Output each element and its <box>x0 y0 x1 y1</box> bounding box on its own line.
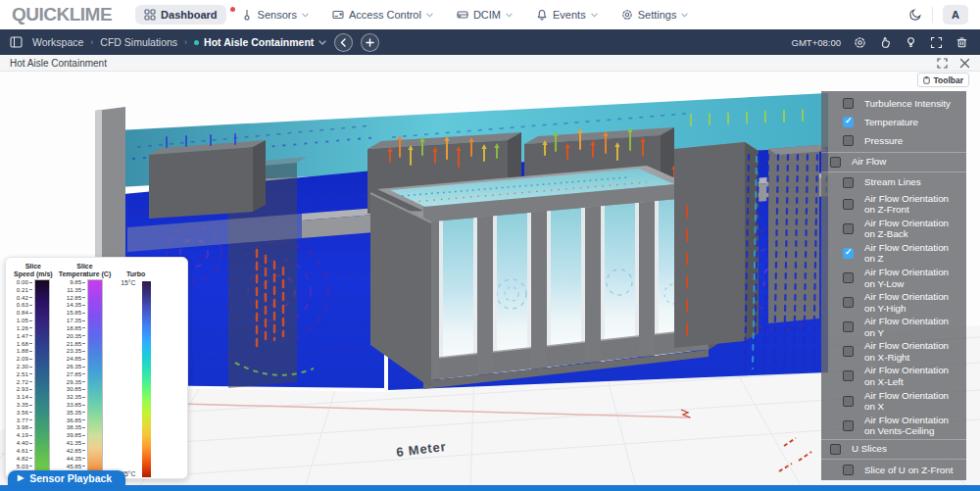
page-title: Hot Aisle Containment <box>10 58 107 69</box>
nav-dcim[interactable]: DCIM <box>448 5 521 25</box>
layer-checkbox[interactable] <box>843 199 854 210</box>
layer-checkbox[interactable] <box>843 177 854 188</box>
layer-row[interactable]: Air Flow Orientation on Y-Low <box>821 266 966 290</box>
layer-row[interactable]: Slice of U on Z-Front <box>821 461 966 479</box>
nav-dashboard[interactable]: Dashboard <box>135 5 225 25</box>
layer-checkbox[interactable] <box>843 297 854 308</box>
toolbar-button[interactable]: Toolbar <box>917 73 969 87</box>
nav-events[interactable]: Events <box>527 5 607 25</box>
layer-label: Air Flow Orientation on X <box>864 390 960 413</box>
legend-turbo-title: Turbo <box>126 263 145 278</box>
legend-speed-title: SliceSpeed (m/s) <box>14 263 53 278</box>
layer-checkbox[interactable] <box>843 321 854 332</box>
toolbar-button-label: Toolbar <box>933 75 963 85</box>
turbo-colorbar <box>142 281 151 477</box>
layer-row[interactable]: Air Flow Orientation on Vents-Ceiling <box>821 414 966 438</box>
legend-speed-ticks: 0.000.210.420.630.841.051.261.471.681.88… <box>17 279 34 469</box>
layer-row[interactable]: Air Flow Orientation on Z <box>821 241 966 266</box>
user-avatar[interactable]: A <box>943 5 968 25</box>
legend-tick: 41.35 <box>67 440 85 446</box>
legend-tick: 32.35 <box>67 394 85 400</box>
layer-row[interactable]: Air Flow Orientation on Z-Front <box>821 192 966 217</box>
pan-hand-icon[interactable] <box>879 36 892 49</box>
chevron-down-icon <box>302 13 309 18</box>
breadcrumb-current[interactable]: Hot Aisle Containment <box>194 36 326 48</box>
layer-row[interactable]: Slice of U on Z-Back <box>821 479 966 480</box>
layer-row[interactable]: Air Flow Orientation on Y <box>821 315 966 339</box>
fullscreen-icon[interactable] <box>930 36 943 49</box>
nav-sensors[interactable]: Sensors <box>232 5 318 25</box>
breadcrumb-workspace[interactable]: Workspace <box>32 36 83 48</box>
layer-checkbox[interactable] <box>830 444 841 455</box>
layer-row[interactable]: Air Flow Orientation on Y-High <box>821 290 966 315</box>
legend-tick: 4.61 <box>17 448 32 454</box>
layer-label: Air Flow Orientation on Vents-Ceiling <box>864 415 960 437</box>
nav-label: DCIM <box>473 9 501 21</box>
layer-checkbox[interactable] <box>843 223 854 234</box>
layer-row[interactable]: Stream Lines <box>821 173 966 192</box>
legend-tick: 1.47 <box>17 333 32 339</box>
settings-gear-icon[interactable] <box>854 36 866 49</box>
playback-bar[interactable] <box>0 485 980 491</box>
dark-mode-toggle-icon[interactable] <box>908 8 922 22</box>
layer-row[interactable]: Temperature <box>821 113 966 131</box>
layer-row[interactable]: Pressure <box>821 131 966 150</box>
legend-tick: 15.85 <box>67 310 85 316</box>
nav-access-control[interactable]: Access Control <box>323 5 442 25</box>
sidebar-toggle-icon[interactable] <box>10 36 23 48</box>
layer-row[interactable]: Air Flow <box>821 152 966 172</box>
layer-checkbox[interactable] <box>843 420 854 431</box>
legend-tick: 2.30 <box>17 364 32 369</box>
layer-checkbox[interactable] <box>843 346 854 357</box>
layer-row[interactable]: Turbulence Intensity <box>821 94 966 113</box>
layer-label: Air Flow Orientation on Z <box>864 242 960 265</box>
layer-row[interactable]: U Slices <box>821 439 966 460</box>
legend-tick: 1.05 <box>17 318 32 323</box>
legend-turbo-column: Turbo 15°C 45°C <box>121 263 151 472</box>
temperature-colorbar <box>87 279 103 471</box>
layer-checkbox[interactable] <box>843 465 854 475</box>
breadcrumb-separator: › <box>90 37 93 47</box>
add-view-button[interactable] <box>361 33 379 52</box>
layer-label: Turbulence Intensity <box>864 98 951 110</box>
layer-checkbox[interactable] <box>843 272 854 283</box>
breadcrumb-cfd-simulations[interactable]: CFD Simulations <box>100 36 177 48</box>
expand-panel-icon[interactable] <box>937 58 948 69</box>
legend-tick: 2.93 <box>17 386 32 392</box>
chevron-down-icon <box>426 13 433 18</box>
sensor-playback-tab[interactable]: ▶ Sensor Playback <box>8 470 125 486</box>
layer-row[interactable]: Air Flow Orientation on X-Right <box>821 339 966 364</box>
turbo-top-label: 15°C <box>121 279 135 286</box>
close-panel-icon[interactable] <box>959 58 970 69</box>
lightbulb-icon[interactable] <box>905 36 917 49</box>
panel-controls <box>937 58 980 69</box>
breadcrumb-bar: Workspace › CFD Simulations › Hot Aisle … <box>0 29 980 55</box>
layer-checkbox[interactable] <box>843 248 854 259</box>
nav-settings[interactable]: Settings <box>612 5 698 25</box>
layer-checkbox[interactable] <box>843 117 854 127</box>
legend-tick: 36.85 <box>67 417 85 423</box>
grid-icon <box>144 9 156 21</box>
layer-checkbox[interactable] <box>830 157 841 168</box>
breadcrumb-separator: › <box>184 37 187 47</box>
layer-checkbox[interactable] <box>843 135 854 146</box>
nav-label: Events <box>553 9 586 21</box>
layer-label: Stream Lines <box>864 176 921 188</box>
chevron-down-icon <box>506 13 513 18</box>
legend-tick: 27.85 <box>67 371 85 377</box>
legend-tick: 9.85 <box>70 279 85 285</box>
layer-row[interactable]: Air Flow Orientation on X <box>821 389 966 414</box>
legend-tick: 35.35 <box>67 410 85 416</box>
layer-row[interactable]: Air Flow Orientation on X-Left <box>821 364 966 388</box>
layer-checkbox[interactable] <box>843 396 854 407</box>
layer-checkbox[interactable] <box>843 98 854 109</box>
layer-label: Air Flow Orientation on Z-Front <box>864 193 960 216</box>
layer-label: Air Flow Orientation on X-Left <box>864 365 960 387</box>
back-button[interactable] <box>334 33 353 52</box>
layer-label: Air Flow Orientation on Y <box>864 316 960 338</box>
legend-tick: 1.26 <box>17 325 32 331</box>
layer-row[interactable]: Air Flow Orientation on Z-Back <box>821 217 966 241</box>
layer-checkbox[interactable] <box>843 370 854 381</box>
legend-tick: 4.19 <box>17 432 32 438</box>
trash-icon[interactable] <box>956 36 968 49</box>
